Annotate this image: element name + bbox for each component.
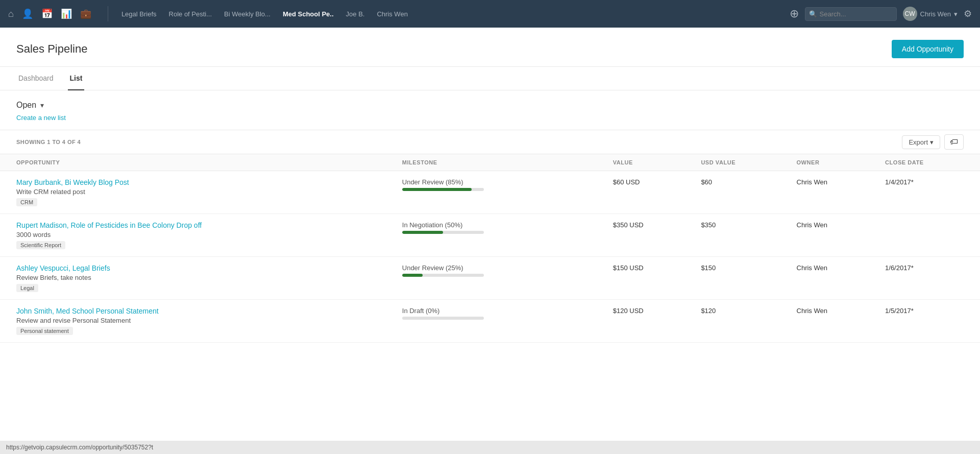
- col-header-owner: OWNER: [789, 154, 877, 171]
- usd-value-cell: $60: [693, 171, 788, 214]
- search-input[interactable]: [805, 7, 897, 21]
- table-toolbar: SHOWING 1 TO 4 OF 4 Export ▾ 🏷: [0, 130, 980, 154]
- export-chevron-icon: ▾: [930, 138, 934, 146]
- col-header-milestone: MILESTONE: [394, 154, 605, 171]
- tag-chip[interactable]: Personal statement: [16, 327, 73, 335]
- tabs: DashboardList: [0, 67, 980, 90]
- opportunity-cell: Mary Burbank, Bi Weekly Blog Post Write …: [0, 171, 394, 214]
- add-button[interactable]: ⊕: [790, 8, 799, 19]
- open-dropdown-icon[interactable]: ▾: [40, 101, 44, 109]
- home-icon[interactable]: ⌂: [8, 9, 14, 19]
- milestone-label: Under Review (25%): [402, 264, 597, 272]
- milestone-label: Under Review (85%): [402, 178, 597, 186]
- milestone-cell: In Draft (0%): [394, 300, 605, 343]
- opportunity-link[interactable]: John Smith, Med School Personal Statemen…: [16, 307, 159, 315]
- opportunity-cell: Rupert Madison, Role of Pesticides in Be…: [0, 214, 394, 257]
- user-badge[interactable]: CW Chris Wen ▾: [903, 7, 958, 21]
- progress-bar-bg: [402, 274, 484, 277]
- nav-link[interactable]: Joe B.: [341, 7, 370, 21]
- usd-value-cell: $120: [693, 300, 788, 343]
- nav-icons: ⌂ 👤 📅 📊 💼: [8, 8, 91, 19]
- opportunity-link[interactable]: Ashley Vespucci, Legal Briefs: [16, 264, 110, 272]
- avatar: CW: [903, 7, 917, 21]
- value-cell: $120 USD: [605, 300, 693, 343]
- search-icon: 🔍: [809, 10, 817, 18]
- showing-count: SHOWING 1 TO 4 OF 4: [16, 139, 81, 145]
- user-name: Chris Wen: [920, 10, 951, 18]
- status-url: https://getvoip.capsulecrm.com/opportuni…: [6, 444, 153, 451]
- table-row: Rupert Madison, Role of Pesticides in Be…: [0, 214, 980, 257]
- col-header-value: VALUE: [605, 154, 693, 171]
- chevron-down-icon: ▾: [954, 10, 958, 18]
- table-body: Mary Burbank, Bi Weekly Blog Post Write …: [0, 171, 980, 343]
- opportunity-cell: John Smith, Med School Personal Statemen…: [0, 300, 394, 343]
- table-row: John Smith, Med School Personal Statemen…: [0, 300, 980, 343]
- milestone-label: In Draft (0%): [402, 307, 597, 315]
- milestone-cell: In Negotiation (50%): [394, 214, 605, 257]
- gear-icon[interactable]: ⚙: [964, 8, 972, 19]
- nav-link[interactable]: Legal Briefs: [116, 7, 162, 21]
- status-bar: https://getvoip.capsulecrm.com/opportuni…: [0, 441, 980, 454]
- chart-icon[interactable]: 📊: [61, 8, 72, 19]
- value-cell: $60 USD: [605, 171, 693, 214]
- calendar-icon[interactable]: 📅: [41, 8, 53, 19]
- top-nav: ⌂ 👤 📅 📊 💼 Legal BriefsRole of Pesti...Bi…: [0, 0, 980, 28]
- close-date-cell: 1/4/2017*: [877, 171, 980, 214]
- col-header-opportunity: OPPORTUNITY: [0, 154, 394, 171]
- value-cell: $350 USD: [605, 214, 693, 257]
- filter-label: Open: [16, 101, 36, 110]
- search-wrapper: 🔍: [805, 7, 897, 21]
- progress-bar-bg: [402, 317, 484, 320]
- milestone-cell: Under Review (85%): [394, 171, 605, 214]
- briefcase-icon[interactable]: 💼: [80, 8, 91, 19]
- milestone-label: In Negotiation (50%): [402, 221, 597, 229]
- tab-list[interactable]: List: [68, 67, 85, 90]
- table-row: Mary Burbank, Bi Weekly Blog Post Write …: [0, 171, 980, 214]
- opportunity-desc: Review Briefs, take notes: [16, 274, 386, 281]
- page-header: Sales Pipeline Add Opportunity: [0, 28, 980, 67]
- table-row: Ashley Vespucci, Legal Briefs Review Bri…: [0, 257, 980, 300]
- opportunity-desc: 3000 words: [16, 231, 386, 238]
- progress-bar-bg: [402, 188, 484, 191]
- export-label: Export: [909, 138, 928, 146]
- table-header-row: OPPORTUNITYMILESTONEVALUEUSD VALUEOWNERC…: [0, 154, 980, 171]
- usd-value-cell: $150: [693, 257, 788, 300]
- progress-bar-fill: [402, 274, 423, 277]
- export-button[interactable]: Export ▾: [902, 135, 940, 149]
- tab-dashboard[interactable]: Dashboard: [16, 67, 56, 90]
- nav-link[interactable]: Role of Pesti...: [164, 7, 217, 21]
- opportunity-link[interactable]: Mary Burbank, Bi Weekly Blog Post: [16, 178, 129, 186]
- add-opportunity-button[interactable]: Add Opportunity: [892, 40, 964, 58]
- nav-link[interactable]: Bi Weekly Blo...: [219, 7, 276, 21]
- close-date-cell: 1/5/2017*: [877, 300, 980, 343]
- nav-right: ⊕ 🔍 CW Chris Wen ▾ ⚙: [790, 7, 972, 21]
- progress-bar-fill: [402, 188, 472, 191]
- value-cell: $150 USD: [605, 257, 693, 300]
- owner-cell: Chris Wen: [789, 300, 877, 343]
- main-content: Sales Pipeline Add Opportunity Dashboard…: [0, 28, 980, 454]
- nav-link[interactable]: Chris Wen: [372, 7, 412, 21]
- tag-chip[interactable]: CRM: [16, 198, 37, 206]
- opportunities-table: OPPORTUNITYMILESTONEVALUEUSD VALUEOWNERC…: [0, 154, 980, 343]
- tag-button[interactable]: 🏷: [944, 134, 964, 150]
- milestone-cell: Under Review (25%): [394, 257, 605, 300]
- nav-link[interactable]: Med School Pe..: [278, 7, 339, 21]
- nav-divider: [108, 6, 108, 21]
- create-new-list-link[interactable]: Create a new list: [0, 114, 980, 130]
- tag-chip[interactable]: Scientific Report: [16, 241, 65, 249]
- nav-links: Legal BriefsRole of Pesti...Bi Weekly Bl…: [116, 7, 786, 21]
- opportunity-desc: Write CRM related post: [16, 188, 386, 196]
- close-date-cell: [877, 214, 980, 257]
- tag-chip[interactable]: Legal: [16, 284, 38, 292]
- opportunity-cell: Ashley Vespucci, Legal Briefs Review Bri…: [0, 257, 394, 300]
- toolbar-right: Export ▾ 🏷: [902, 134, 964, 150]
- owner-cell: Chris Wen: [789, 171, 877, 214]
- person-icon[interactable]: 👤: [22, 8, 33, 19]
- owner-cell: Chris Wen: [789, 214, 877, 257]
- progress-bar-fill: [402, 231, 443, 234]
- owner-cell: Chris Wen: [789, 257, 877, 300]
- col-header-closeDate: CLOSE DATE: [877, 154, 980, 171]
- opportunity-link[interactable]: Rupert Madison, Role of Pesticides in Be…: [16, 221, 202, 229]
- filter-bar: Open ▾: [0, 90, 980, 114]
- page-title: Sales Pipeline: [16, 42, 87, 56]
